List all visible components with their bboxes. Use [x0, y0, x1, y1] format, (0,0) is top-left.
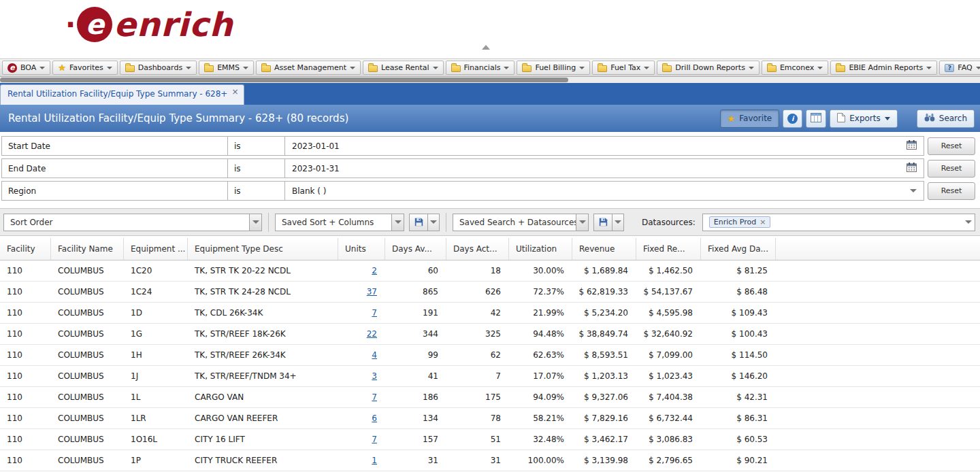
- menu-item-drill-down-reports[interactable]: Drill Down Reports: [657, 61, 760, 75]
- cell-days-av: 186: [385, 387, 446, 407]
- column-header-fixed-re[interactable]: Fixed Re...: [636, 238, 701, 260]
- column-header-facility[interactable]: Facility: [0, 238, 51, 260]
- units-link[interactable]: 7: [372, 392, 377, 402]
- menu-item-emms[interactable]: EMMS: [199, 61, 254, 75]
- chevron-down-icon[interactable]: [910, 189, 917, 192]
- filter-operator-input[interactable]: is: [228, 158, 285, 178]
- chevron-down-icon[interactable]: [612, 214, 623, 231]
- info-button[interactable]: i: [783, 109, 802, 128]
- table-row[interactable]: 110COLUMBUS1LCARGO VAN718617594.09%$ 9,3…: [0, 387, 980, 408]
- divider: [446, 213, 446, 232]
- column-header-equipment[interactable]: Equipment ...: [124, 238, 188, 260]
- star-icon: ★: [58, 63, 66, 72]
- exports-button[interactable]: Exports: [830, 109, 898, 128]
- table-row[interactable]: 110COLUMBUS1JTK, STR/REEF/TNDM 34+341717…: [0, 366, 980, 387]
- chip-close-icon[interactable]: ×: [760, 218, 766, 226]
- hscrollbar-thumb[interactable]: [0, 78, 568, 82]
- menu-item-dashboards[interactable]: Dashboards: [120, 61, 197, 75]
- menu-item-boa[interactable]: eBOA: [2, 61, 50, 75]
- table-row[interactable]: 110COLUMBUS1DTK, CDL 26K-34K71914221.99%…: [0, 303, 980, 324]
- folder-icon: [598, 65, 607, 72]
- units-link[interactable]: 4: [372, 350, 377, 360]
- cell-facility: 110: [0, 366, 51, 386]
- units-link[interactable]: 37: [367, 287, 377, 297]
- table-row[interactable]: 110COLUMBUS1PCITY TRUCK REEFER13131100.0…: [0, 450, 980, 471]
- datasource-chip[interactable]: Enrich Prod ×: [709, 216, 771, 228]
- exports-label: Exports: [849, 114, 881, 123]
- menu-hscrollbar[interactable]: [0, 77, 980, 83]
- star-icon: ★: [728, 114, 736, 123]
- table-row[interactable]: 110COLUMBUS1O16LCITY 16 LIFT71575132.48%…: [0, 429, 980, 450]
- top-header: · e enrich: [0, 0, 980, 58]
- menu-item-emconex[interactable]: Emconex: [762, 61, 829, 75]
- tab-close-icon[interactable]: ×: [231, 88, 238, 96]
- filter-value-input[interactable]: 2023-01-01: [285, 136, 924, 156]
- menu-item-favorites[interactable]: ★Favorites: [52, 61, 117, 75]
- column-header-fixed-avg-da[interactable]: Fixed Avg Da...: [701, 238, 776, 260]
- chevron-down-icon[interactable]: [391, 214, 404, 231]
- save-icon[interactable]: [410, 214, 427, 231]
- menu-item-lease-rental[interactable]: Lease Rental: [363, 61, 443, 75]
- tab-rental-utilization[interactable]: Rental Utilization Facility/Equip Type S…: [0, 84, 244, 105]
- favorite-button[interactable]: ★ Favorite: [720, 109, 780, 128]
- units-link[interactable]: 6: [372, 414, 377, 423]
- filter-field-input[interactable]: End Date: [1, 158, 228, 178]
- table-row[interactable]: 110COLUMBUS1GTK, STR/REEF 18K-26K2234432…: [0, 324, 980, 345]
- table-row[interactable]: 110COLUMBUS1HTK, STR/REEF 26K-34K4996262…: [0, 345, 980, 366]
- menu-item-asset-management[interactable]: Asset Management: [256, 61, 361, 75]
- table-row[interactable]: 110COLUMBUS1C24TK, STR TK 24-28 NCDL3786…: [0, 282, 980, 303]
- filter-value-input[interactable]: 2023-01-31: [285, 158, 924, 178]
- table-row[interactable]: 110COLUMBUS1C20TK, STR TK 20-22 NCDL2601…: [0, 260, 980, 282]
- column-header-utilization[interactable]: Utilization: [509, 238, 572, 260]
- chevron-down-icon[interactable]: [427, 214, 439, 231]
- search-button[interactable]: Search: [917, 109, 975, 128]
- calendar-icon[interactable]: [906, 163, 917, 174]
- column-header-days-av[interactable]: Days Av...: [385, 238, 446, 260]
- column-header-equipment-type-desc[interactable]: Equipment Type Desc: [188, 238, 338, 260]
- filter-value-input[interactable]: Blank ( ): [285, 181, 924, 201]
- column-header-facility-name[interactable]: Facility Name: [51, 238, 124, 260]
- menu-item-faq[interactable]: ?FAQ: [939, 61, 980, 75]
- chevron-down-icon[interactable]: [576, 214, 588, 231]
- cell-equipment-type-desc: CARGO VAN REEFER: [188, 408, 338, 428]
- chevron-down-icon[interactable]: [249, 214, 261, 231]
- cell-days-act: 175: [446, 387, 509, 407]
- save-icon[interactable]: [594, 214, 612, 231]
- filter-operator-input[interactable]: is: [228, 136, 285, 156]
- units-link[interactable]: 22: [367, 329, 377, 339]
- filter-field-input[interactable]: Region: [1, 181, 228, 201]
- filter-operator-input[interactable]: is: [228, 181, 285, 201]
- cell-units: 37: [338, 282, 385, 302]
- table-row[interactable]: 110COLUMBUS1LRCARGO VAN REEFER61347858.2…: [0, 408, 980, 429]
- reset-button[interactable]: Reset: [928, 182, 975, 200]
- reset-button[interactable]: Reset: [928, 160, 975, 178]
- units-link[interactable]: 2: [372, 266, 377, 275]
- menu-item-ebie-admin-reports[interactable]: EBIE Admin Reports: [830, 61, 937, 75]
- save-search-button[interactable]: [593, 214, 624, 231]
- units-link[interactable]: 7: [372, 308, 377, 318]
- reset-button[interactable]: Reset: [928, 137, 975, 155]
- units-link[interactable]: 3: [372, 371, 377, 381]
- column-header-revenue[interactable]: Revenue: [572, 238, 636, 260]
- scroll-up-icon[interactable]: [482, 45, 490, 50]
- units-link[interactable]: 1: [372, 456, 377, 465]
- save-sort-button[interactable]: [409, 214, 440, 231]
- sort-order-select[interactable]: Sort Order: [3, 214, 262, 231]
- datasources-select[interactable]: Enrich Prod ×: [702, 214, 975, 231]
- menu-item-label: FAQ: [958, 63, 972, 72]
- chevron-down-icon[interactable]: [962, 214, 975, 231]
- menu-item-fuel-billing[interactable]: Fuel Billing: [517, 61, 590, 75]
- cell-days-act: 626: [446, 282, 509, 302]
- menu-item-fuel-tax[interactable]: Fuel Tax: [592, 61, 655, 75]
- calendar-icon[interactable]: [906, 140, 917, 152]
- menu-item-financials[interactable]: Financials: [446, 61, 515, 75]
- cell-days-av: 191: [385, 303, 446, 323]
- column-header-units[interactable]: Units: [338, 238, 385, 260]
- saved-search-datasources-select[interactable]: Saved Search + Datasources: [453, 214, 589, 231]
- column-header-days-act[interactable]: Days Act...: [446, 238, 509, 260]
- columns-button[interactable]: [806, 109, 826, 128]
- filter-field-input[interactable]: Start Date: [1, 136, 228, 156]
- units-link[interactable]: 7: [372, 435, 377, 444]
- saved-sort-columns-select[interactable]: Saved Sort + Columns: [275, 214, 404, 231]
- cell-utilization: 72.37%: [509, 282, 572, 302]
